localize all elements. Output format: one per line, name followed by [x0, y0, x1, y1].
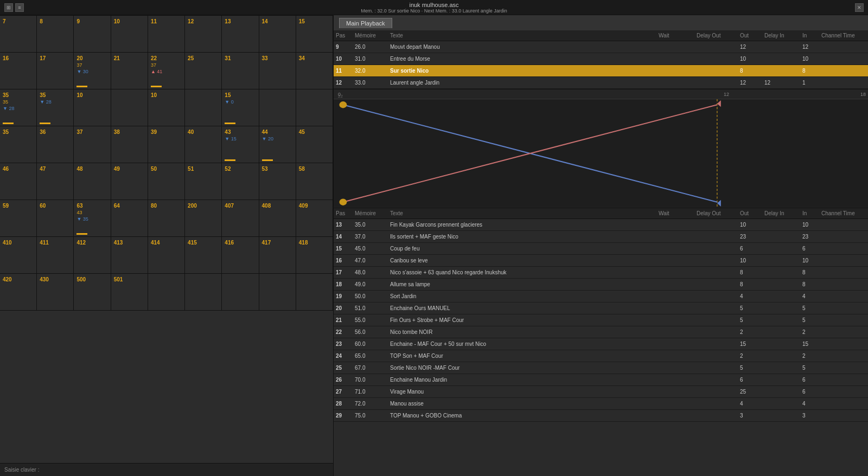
grid-cell[interactable]: [296, 89, 333, 126]
grid-cell[interactable]: 44▼ 20: [259, 126, 296, 163]
main-playback-tab[interactable]: Main Playback: [339, 18, 392, 28]
grid-cell[interactable]: 430: [37, 274, 74, 311]
bottom-table-row[interactable]: 28 72.0 Manou assise 4 4: [334, 398, 868, 410]
bottom-table-row[interactable]: 13 35.0 Fin Kayak Garcons prennent glaci…: [334, 219, 868, 231]
grid-cell[interactable]: 6343▼ 35: [74, 200, 111, 237]
grid-cell[interactable]: 10: [74, 89, 111, 126]
grid-cell[interactable]: 13: [222, 16, 259, 53]
grid-cell[interactable]: 501: [111, 274, 148, 311]
grid-cell[interactable]: [259, 89, 296, 126]
grid-cell[interactable]: 7: [0, 16, 37, 53]
grid-cell[interactable]: 21: [111, 53, 148, 89]
bottom-table-row[interactable]: 20 51.0 Enchaine Ours MANUEL 5 5: [334, 303, 868, 314]
grid-cell[interactable]: [148, 274, 185, 311]
cell-mem: 33.0: [353, 80, 388, 86]
grid-cell[interactable]: 59: [0, 200, 37, 237]
top-table-row[interactable]: 11 32.0 Sur sortie Nico 8 8: [334, 65, 868, 77]
grid-cell[interactable]: 34: [296, 53, 333, 89]
grid-cell[interactable]: 38: [111, 126, 148, 163]
grid-cell[interactable]: 58: [296, 163, 333, 200]
grid-cell[interactable]: 416: [222, 237, 259, 274]
grid-cell[interactable]: 15: [296, 16, 333, 53]
grid-cell[interactable]: [222, 274, 259, 311]
grid-cell[interactable]: 35▼ 28: [37, 89, 74, 126]
grid-cell[interactable]: 418: [296, 237, 333, 274]
grid-cell[interactable]: 37: [74, 126, 111, 163]
grid-cell[interactable]: 64: [111, 200, 148, 237]
bottom-table-row[interactable]: 23 60.0 Enchaine - MAF Cour + 50 sur mvt…: [334, 338, 868, 350]
grid-cell[interactable]: 43▼ 15: [222, 126, 259, 163]
grid-cell[interactable]: 15▼ 0: [222, 89, 259, 126]
grid-cell[interactable]: 408: [259, 200, 296, 237]
grid-cell[interactable]: 45: [296, 126, 333, 163]
grid-cell[interactable]: 413: [111, 237, 148, 274]
top-table-row[interactable]: 9 26.0 Mouvt depart Manou 12 12: [334, 41, 868, 53]
bottom-table-row[interactable]: 22 56.0 Nico tombe NOIR 2 2: [334, 326, 868, 338]
grid-cell[interactable]: 50: [148, 163, 185, 200]
top-table-row[interactable]: 12 33.0 Laurent angle Jardin 12 12 1: [334, 77, 868, 89]
grid-cell[interactable]: 3535▼ 28: [0, 89, 37, 126]
grid-cell[interactable]: 411: [37, 237, 74, 274]
bottom-table-row[interactable]: 21 55.0 Fin Ours + Strobe + MAF Cour 5 5: [334, 314, 868, 326]
grid-cell[interactable]: 46: [0, 163, 37, 200]
grid-cell[interactable]: 40: [185, 126, 222, 163]
bottom-table-row[interactable]: 24 65.0 TOP Son + MAF Cour 2 2: [334, 350, 868, 362]
grid-cell[interactable]: 8: [37, 16, 74, 53]
bottom-table-row[interactable]: 29 75.0 TOP Manou + GOBO Cinema 3 3: [334, 410, 868, 422]
grid-cell[interactable]: 500: [74, 274, 111, 311]
grid-cell[interactable]: 10: [148, 89, 185, 126]
grid-cell[interactable]: 48: [74, 163, 111, 200]
grid-cell[interactable]: 17: [37, 53, 74, 89]
grid-cell[interactable]: 51: [185, 163, 222, 200]
grid-view-button[interactable]: ⊞: [4, 3, 13, 12]
top-table-row[interactable]: 10 31.0 Entree du Morse 10 10: [334, 53, 868, 65]
bottom-table-row[interactable]: 19 50.0 Sort Jardin 4 4: [334, 291, 868, 303]
grid-cell[interactable]: 36: [37, 126, 74, 163]
grid-cell[interactable]: 414: [148, 237, 185, 274]
grid-cell[interactable]: 417: [259, 237, 296, 274]
grid-cell[interactable]: 33: [259, 53, 296, 89]
list-view-button[interactable]: ≡: [15, 3, 24, 12]
grid-cell[interactable]: 407: [222, 200, 259, 237]
grid-cell[interactable]: 2037▼ 30: [74, 53, 111, 89]
bottom-table-row[interactable]: 14 37.0 Ils sortent + MAF geste Nico 23 …: [334, 231, 868, 243]
grid-cell[interactable]: 420: [0, 274, 37, 311]
grid-cell[interactable]: 80: [148, 200, 185, 237]
grid-cell[interactable]: 200: [185, 200, 222, 237]
grid-cell[interactable]: 47: [37, 163, 74, 200]
grid-cell[interactable]: 415: [185, 237, 222, 274]
grid-cell[interactable]: 2237▲ 41: [148, 53, 185, 89]
bottom-table-row[interactable]: 25 67.0 Sortie Nico NOIR -MAF Cour 5 5: [334, 362, 868, 374]
grid-cell[interactable]: [185, 274, 222, 311]
grid-cell[interactable]: 31: [222, 53, 259, 89]
bottom-table-row[interactable]: 27 71.0 Virage Manou 25 6: [334, 386, 868, 398]
bottom-table-row[interactable]: 17 48.0 Nico s'assoie + 63 quand Nico re…: [334, 267, 868, 279]
window-title: inuk mulhouse.asc: [37, 2, 831, 8]
close-button[interactable]: ✕: [855, 3, 864, 12]
grid-cell[interactable]: 9: [74, 16, 111, 53]
bottom-table-row[interactable]: 26 70.0 Enchaine Manou Jardin 6 6: [334, 374, 868, 386]
bottom-table-row[interactable]: 16 47.0 Caribou se leve 10 10: [334, 255, 868, 267]
grid-cell[interactable]: 49: [111, 163, 148, 200]
bottom-table-row[interactable]: 18 49.0 Allume sa lampe 8 8: [334, 279, 868, 291]
cell-out: 2: [738, 353, 762, 359]
bottom-table-row[interactable]: 15 45.0 Coup de feu 6 6: [334, 243, 868, 255]
grid-cell[interactable]: 11: [148, 16, 185, 53]
grid-cell[interactable]: 25: [185, 53, 222, 89]
grid-cell[interactable]: [111, 89, 148, 126]
grid-cell[interactable]: 14: [259, 16, 296, 53]
grid-cell[interactable]: [185, 89, 222, 126]
grid-cell[interactable]: 410: [0, 237, 37, 274]
grid-cell[interactable]: [296, 274, 333, 311]
grid-cell[interactable]: 39: [148, 126, 185, 163]
grid-cell[interactable]: 16: [0, 53, 37, 89]
grid-cell[interactable]: 35: [0, 126, 37, 163]
grid-cell[interactable]: 12: [185, 16, 222, 53]
grid-cell[interactable]: 52: [222, 163, 259, 200]
grid-cell[interactable]: 412: [74, 237, 111, 274]
grid-cell[interactable]: 60: [37, 200, 74, 237]
grid-cell[interactable]: 409: [296, 200, 333, 237]
grid-cell[interactable]: 53: [259, 163, 296, 200]
grid-cell[interactable]: 10: [111, 16, 148, 53]
grid-cell[interactable]: [259, 274, 296, 311]
